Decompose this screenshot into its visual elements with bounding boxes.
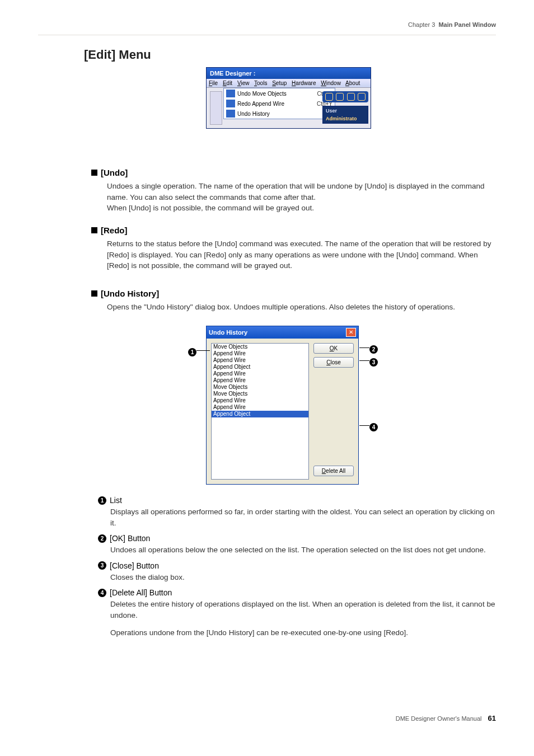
page-number: 61 [488, 714, 496, 722]
dme-designer-window: DME Designer : File Edit View Tools Setu… [206, 67, 371, 129]
list-item[interactable]: Append Object [212, 411, 308, 417]
menu-file[interactable]: File [209, 80, 218, 86]
item-body: Closes the dialog box. [110, 572, 496, 583]
undo-history-dialog: Undo History ✕ Move ObjectsAppend WireAp… [206, 326, 359, 485]
item-body: Deletes the entire history of operations… [110, 599, 496, 621]
section-heading: [Undo] [91, 168, 496, 177]
list-item[interactable]: Move Objects [212, 344, 308, 350]
callout-2: 2 [369, 344, 378, 354]
item-number: 3 [98, 561, 106, 570]
item-close-button: 3[Close] Button Closes the dialog box. [98, 561, 496, 583]
section-undo-history: [Undo History] Opens the "Undo History" … [91, 289, 496, 313]
item-title: [Close] Button [110, 561, 159, 570]
footer-text: DME Designer Owner's Manual [396, 715, 482, 722]
menu-tools[interactable]: Tools [254, 80, 267, 86]
item-list: 1List Displays all operations performed … [98, 496, 496, 528]
callout-3: 3 [369, 356, 378, 367]
top-rule [38, 35, 496, 35]
item-body: Displays all operations performed so far… [110, 506, 496, 528]
section-body: Undoes a single operation. The name of t… [107, 181, 496, 214]
section-heading: [Undo History] [91, 289, 496, 298]
menubar: File Edit View Tools Setup Hardware Wind… [207, 79, 371, 88]
right-toolbar: User Administrato [322, 91, 368, 124]
item-number: 4 [98, 589, 106, 597]
list-item[interactable]: Move Objects [212, 384, 308, 391]
page-title: [Edit] Menu [84, 48, 151, 62]
numbered-items: 1List Displays all operations performed … [98, 496, 496, 644]
section-redo: [Redo] Returns to the status before the … [91, 226, 496, 271]
menu-item-undo-history[interactable]: Undo History [224, 109, 335, 119]
list-item[interactable]: Append Wire [212, 350, 308, 357]
user-panel: User Administrato [322, 106, 368, 124]
callout-number: 2 [369, 345, 378, 354]
ok-button[interactable]: OK [313, 343, 354, 354]
toolbar-icons [322, 91, 368, 102]
close-button[interactable]: Close [313, 357, 354, 368]
post-items-note: Operations undone from the [Undo History… [98, 627, 496, 638]
callout-line [196, 350, 210, 351]
square-bullet-icon [91, 170, 97, 176]
section-body: Opens the "Undo History" dialog box. Und… [107, 302, 496, 313]
menu-item-label: Undo History [237, 111, 332, 117]
menu-hardware[interactable]: Hardware [292, 80, 316, 86]
redo-icon [226, 100, 235, 107]
menu-view[interactable]: View [237, 80, 250, 86]
section-undo: [Undo] Undoes a single operation. The na… [91, 168, 496, 214]
item-title: [Delete All] Button [110, 588, 172, 597]
midi-icon[interactable] [325, 93, 333, 101]
callout-1: 1 [188, 346, 196, 356]
page-header: Chapter 3 Main Panel Window [408, 21, 496, 28]
close-button[interactable]: ✕ [346, 328, 356, 337]
section-label: Main Panel Window [438, 21, 496, 28]
window-body: Undo Move Objects Ctrl+Z Redo Append Wir… [207, 88, 371, 128]
item-number: 2 [98, 534, 106, 543]
list-item[interactable]: Append Wire [212, 357, 308, 364]
list-item[interactable]: Append Wire [212, 397, 308, 404]
menu-about[interactable]: About [345, 80, 360, 86]
power-icon[interactable] [347, 93, 355, 101]
callout-line [359, 425, 369, 426]
menu-window[interactable]: Window [321, 80, 341, 86]
delete-all-button[interactable]: Delete All [313, 466, 354, 476]
history-icon [226, 110, 235, 118]
square-bullet-icon [91, 227, 97, 233]
list-item[interactable]: Append Wire [212, 370, 308, 377]
link-icon[interactable] [336, 93, 344, 101]
menu-item-undo[interactable]: Undo Move Objects Ctrl+Z [224, 88, 335, 98]
callout-4: 4 [369, 421, 378, 431]
edit-dropdown: Undo Move Objects Ctrl+Z Redo Append Wir… [223, 88, 335, 119]
menu-edit[interactable]: Edit [223, 80, 232, 86]
callout-number: 3 [369, 358, 378, 367]
history-list[interactable]: Move ObjectsAppend WireAppend WireAppend… [211, 343, 309, 480]
item-title: List [110, 496, 122, 505]
user-value: Administrato [326, 116, 365, 121]
list-item[interactable]: Append Wire [212, 404, 308, 411]
dialog-buttons: OK Close Delete All [313, 343, 354, 480]
square-bullet-icon [91, 290, 97, 297]
menu-item-label: Redo Append Wire [237, 101, 317, 107]
undo-icon [226, 90, 235, 97]
section-body: Returns to the status before the [Undo] … [107, 238, 496, 271]
callout-line [359, 348, 369, 348]
callout-number: 1 [188, 348, 196, 356]
list-item[interactable]: Append Wire [212, 377, 308, 384]
menu-setup[interactable]: Setup [272, 80, 287, 86]
list-item[interactable]: Move Objects [212, 391, 308, 397]
sync-icon[interactable] [358, 93, 366, 101]
left-toolbar [210, 91, 222, 125]
dialog-body: Move ObjectsAppend WireAppend WireAppend… [207, 339, 358, 484]
item-title: [OK] Button [110, 534, 150, 543]
page-footer: DME Designer Owner's Manual 61 [396, 714, 496, 722]
section-heading: [Redo] [91, 226, 496, 235]
user-label: User [326, 108, 365, 114]
window-title: DME Designer : [207, 68, 371, 79]
callout-line [359, 360, 369, 361]
menu-item-label: Undo Move Objects [237, 91, 317, 97]
dialog-title: Undo History [209, 329, 247, 336]
note-body: Operations undone from the [Undo History… [110, 627, 496, 638]
item-ok-button: 2[OK] Button Undoes all operations below… [98, 534, 496, 556]
list-item[interactable]: Append Object [212, 364, 308, 370]
menu-item-redo[interactable]: Redo Append Wire Ctrl+Y [224, 98, 335, 109]
item-body: Undoes all operations below the one sele… [110, 544, 496, 556]
item-number: 1 [98, 496, 106, 505]
